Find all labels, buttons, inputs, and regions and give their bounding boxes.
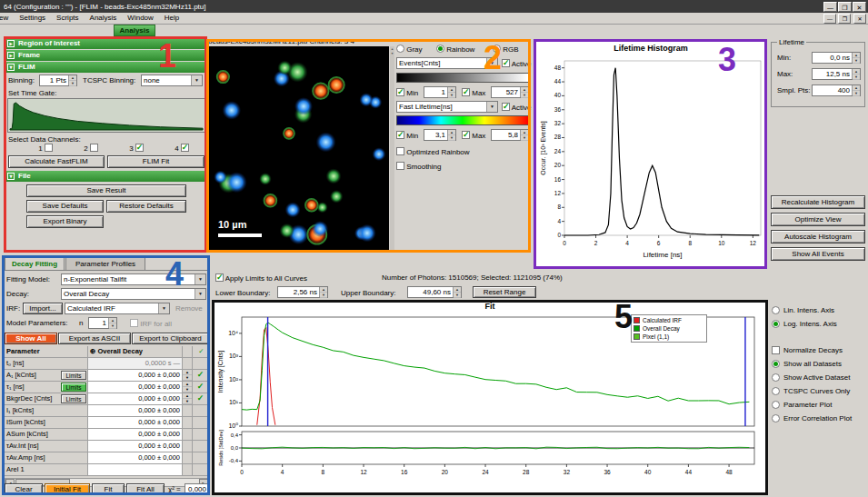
spinner-arrows[interactable]: ▲▼ [183, 393, 192, 404]
apply-limits-checkbox[interactable] [215, 273, 224, 282]
spinner-arrows[interactable]: ▲▼ [183, 382, 192, 393]
show-active-dataset-option[interactable]: Show Active Dataset [772, 371, 867, 384]
spinner-arrows[interactable]: ▲▼ [852, 85, 860, 95]
menu-help[interactable]: Help [159, 13, 185, 23]
column-header-overall-decay[interactable]: ⊕ Overall Decay [88, 346, 183, 358]
save-result-button[interactable]: Save Result [26, 184, 186, 197]
section-header-region-of-interest[interactable]: ▸Region of Interest [5, 38, 205, 49]
irf-import-button[interactable]: Import... [23, 303, 63, 314]
irf-dropdown[interactable]: Calculated IRF [65, 303, 170, 314]
checkbox-control[interactable] [772, 346, 780, 354]
lifetime-channel-dropdown[interactable]: Fast Lifetime[ns] [396, 101, 498, 113]
section-header-file[interactable]: ▾File [5, 171, 205, 182]
restore-icon[interactable]: ❐ [838, 2, 852, 12]
max-checkbox[interactable] [462, 131, 470, 139]
fitting-model-dropdown[interactable]: n-Exponential Tailfit [61, 273, 206, 285]
minimize-icon[interactable]: — [823, 2, 837, 12]
tcspc-binning-dropdown[interactable]: none [141, 75, 203, 86]
lifetime-active-option[interactable]: Active [502, 103, 532, 113]
clear-button[interactable]: Clear [5, 483, 43, 495]
limits-button[interactable]: Limits [61, 371, 86, 380]
lifetime-max-field[interactable]: 12,5 ns▲▼ [812, 68, 861, 80]
lower-boundary-spinner[interactable]: 2,56 ns▲▼ [277, 286, 328, 298]
max-checkbox[interactable] [462, 88, 470, 96]
show-all-datasets-option[interactable]: Show all Datasets [772, 357, 867, 371]
section-header-frame[interactable]: ▸Frame [5, 50, 205, 61]
section-header-flim[interactable]: ▾FLIM [5, 62, 205, 73]
save-defaults-button[interactable]: Save Defaults [26, 200, 104, 213]
tcspc-curves-only-option[interactable]: TCSPC Curves Only [772, 384, 867, 398]
param-row-value[interactable]: 0,000 ± 0,000 [88, 370, 183, 382]
param-row-value[interactable] [88, 464, 183, 476]
param-row-spinner[interactable]: ▲▼ [183, 370, 193, 382]
autoscale-histogram-button[interactable]: Autoscale Histogram [771, 230, 865, 244]
radio-control[interactable] [772, 387, 780, 395]
intensity-min-check[interactable]: Min [396, 88, 418, 98]
column-header-parameter[interactable]: Parameter [5, 346, 88, 358]
binning-spinner[interactable]: 1 Pts▲▼ [39, 75, 77, 86]
reset-range-button[interactable]: Reset Range [473, 286, 536, 298]
param-row-value[interactable]: 0,000 ± 0,000 [88, 405, 183, 417]
channel-4-checkbox[interactable] [181, 144, 189, 152]
menu-window[interactable]: Window [122, 13, 158, 23]
export-binary-button[interactable]: Export Binary [26, 215, 104, 228]
spinner-arrows[interactable]: ▲▼ [520, 87, 528, 97]
collapse-icon[interactable]: ▸ [7, 40, 15, 47]
lifetime-max-spinner[interactable]: 5,8▲▼ [491, 129, 529, 141]
param-row-check[interactable]: ✓ [193, 382, 209, 393]
active-checkbox[interactable] [502, 59, 510, 67]
param-row-value[interactable]: 0,000 ± 0,000 [88, 452, 183, 464]
param-row-value[interactable]: 0,000 ± 0,000 [88, 429, 183, 441]
intensity-active-option[interactable]: Active [502, 59, 532, 69]
param-row-value[interactable]: 0,0000 s — [88, 358, 183, 370]
spinner-arrows[interactable]: ▲▼ [520, 130, 528, 140]
spinner-arrows[interactable]: ▲▼ [447, 130, 455, 140]
show-all-button[interactable]: Show All [5, 333, 57, 344]
param-row-value[interactable]: 0,000 ± 0,000 [88, 393, 183, 405]
param-row-check[interactable]: ✓ [193, 393, 209, 405]
collapse-icon[interactable]: ▸ [7, 52, 15, 59]
tab-decay-fitting[interactable]: Decay Fitting [5, 257, 65, 270]
channel-3-option[interactable]: 3 [129, 144, 144, 154]
log-intens-axis-option[interactable]: Log. Intens. Axis [772, 317, 867, 331]
expand-icon[interactable]: ▾ [7, 64, 15, 71]
radio-control[interactable] [772, 306, 780, 314]
mode-gray-option[interactable]: Gray [396, 45, 423, 55]
fit-plot-panel[interactable]: Fit Calculated IRFOverall DecayPixel (1,… [212, 300, 768, 495]
param-row-check[interactable]: ✓ [193, 370, 209, 382]
min-checkbox[interactable] [396, 88, 404, 96]
radio-control[interactable] [772, 373, 780, 382]
initial-fit-button[interactable]: Initial Fit [45, 483, 90, 495]
spinner-arrows[interactable]: ▲▼ [453, 287, 461, 297]
mode-rgb-option[interactable]: RGB [493, 45, 519, 55]
menu-settings[interactable]: Settings [14, 13, 51, 23]
fit-button[interactable]: Fit [92, 483, 125, 495]
lin-intens-axis-option[interactable]: Lin. Intens. Axis [772, 303, 867, 317]
model-parameter-n-spinner[interactable]: 1▲▼ [88, 317, 117, 329]
rgb-radio[interactable] [493, 45, 501, 53]
intensity-max-check[interactable]: Max [462, 88, 485, 98]
spinner-arrows[interactable]: ▲▼ [852, 69, 860, 79]
time-gate-chart[interactable] [7, 98, 205, 133]
limits-button[interactable]: Limits [61, 394, 86, 403]
normalize-decays-option[interactable]: Normalize Decays [772, 343, 867, 357]
rainbow-radio[interactable] [436, 45, 444, 53]
flim-fit-button[interactable]: FLIM Fit [107, 155, 205, 168]
lifetime-min-field[interactable]: 0,0 ns▲▼ [812, 52, 861, 64]
smoothing-option[interactable]: Smoothing [396, 162, 441, 172]
show-all-events-button[interactable]: Show All Events [771, 247, 865, 261]
restore-defaults-button[interactable]: Restore Defaults [106, 200, 186, 213]
radio-control[interactable] [772, 414, 780, 422]
mdi-minimize-icon[interactable]: — [823, 14, 836, 24]
spinner-arrows[interactable]: ▲▼ [108, 318, 116, 328]
expand-icon[interactable]: ▾ [7, 173, 15, 180]
sample-points-field[interactable]: 400▲▼ [812, 84, 861, 96]
param-row-value[interactable]: 0,000 ± 0,000 [88, 417, 183, 429]
intensity-channel-dropdown[interactable]: Events[Cnts] [396, 57, 498, 69]
upper-boundary-spinner[interactable]: 49,60 ns▲▼ [407, 286, 462, 298]
mdi-close-icon[interactable]: ✕ [853, 14, 866, 24]
optimized-rainbow-checkbox[interactable] [396, 147, 404, 155]
radio-control[interactable] [772, 401, 780, 409]
fit-all-button[interactable]: Fit All [126, 483, 165, 495]
param-row-value[interactable]: 0,000 ± 0,000 [88, 382, 183, 393]
